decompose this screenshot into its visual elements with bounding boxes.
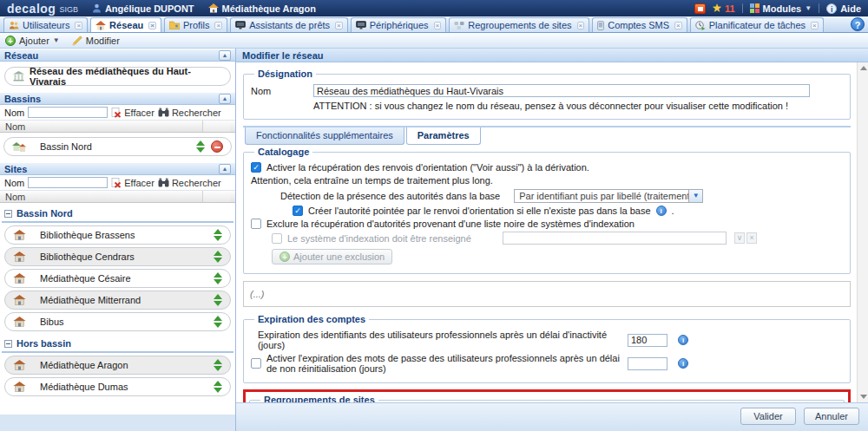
- sort-up-icon[interactable]: [214, 381, 222, 386]
- sort-up-icon[interactable]: [214, 229, 222, 234]
- rechercher-button[interactable]: Rechercher: [158, 178, 221, 188]
- site-row[interactable]: Médiathèque Mitterrand: [4, 291, 231, 310]
- collapse-icon[interactable]: ▲: [219, 50, 231, 61]
- network-name-input[interactable]: [313, 84, 810, 97]
- pencil-icon: [72, 36, 82, 46]
- motdepasse-checkbox[interactable]: [251, 358, 261, 369]
- systeme-indexation-checkbox[interactable]: [272, 233, 282, 244]
- sort-up-icon[interactable]: [214, 359, 222, 364]
- ajouter-exclusion-label: Ajouter une exclusion: [293, 251, 385, 262]
- close-icon[interactable]: ×: [214, 22, 222, 29]
- tab-profils[interactable]: Profils ×: [164, 17, 227, 32]
- network-item[interactable]: Réseau des médiathèques du Haut-Vivarais: [4, 67, 231, 86]
- delete-icon[interactable]: [211, 140, 223, 153]
- tab-parametres[interactable]: Paramètres: [406, 127, 481, 145]
- collapse-icon[interactable]: ▲: [219, 164, 231, 174]
- info-icon[interactable]: i: [656, 206, 667, 216]
- group-header-bassin-nord[interactable]: Bassin Nord: [2, 204, 233, 223]
- close-icon[interactable]: ×: [434, 22, 442, 29]
- sort-down-icon[interactable]: [196, 147, 205, 153]
- close-icon[interactable]: ×: [811, 22, 819, 29]
- detection-select[interactable]: Par identifiant puis par libellé (traite…: [514, 189, 703, 203]
- info-icon[interactable]: i: [678, 358, 688, 369]
- collapse-minus-icon[interactable]: [4, 340, 12, 348]
- highlight-red-box: Regroupements de sites Permettre à un si…: [243, 389, 851, 402]
- site-row[interactable]: Médiathèque Aragon: [4, 356, 231, 375]
- collapse-icon[interactable]: ▲: [219, 94, 231, 104]
- annuler-button[interactable]: Annuler: [804, 408, 859, 425]
- sort-down-icon[interactable]: [214, 388, 222, 393]
- tab-reseau[interactable]: Réseau ×: [90, 17, 161, 32]
- sort-down-icon[interactable]: [214, 279, 222, 284]
- combo-dropdown-icon[interactable]: ∨: [734, 232, 746, 244]
- sigb-logo-suffix: SIGB: [59, 5, 78, 14]
- current-user[interactable]: Angélique DUPONT: [92, 3, 194, 14]
- tab-peripheriques[interactable]: Périphériques ×: [351, 17, 447, 32]
- sort-up-icon[interactable]: [214, 272, 222, 278]
- favorites-count: 11: [725, 3, 735, 14]
- renvois-checkbox[interactable]: ✓: [251, 162, 261, 173]
- designation-fieldset: Désignation Nom ATTENTION : si vous chan…: [243, 69, 851, 120]
- tab-planificateur-de-taches[interactable]: Planificateur de tâches ×: [690, 17, 824, 32]
- help-icon[interactable]: ?: [851, 17, 865, 31]
- bassins-nom-input[interactable]: [28, 107, 108, 118]
- effacer-button[interactable]: Effacer: [111, 108, 155, 118]
- sort-up-icon[interactable]: [214, 294, 222, 299]
- motdepasse-input[interactable]: [628, 357, 667, 370]
- favorites-counter[interactable]: ★ 11: [713, 3, 735, 14]
- close-icon[interactable]: ×: [674, 22, 682, 29]
- sort-up-icon[interactable]: [196, 140, 205, 146]
- sort-down-icon[interactable]: [214, 366, 222, 371]
- group-header-hors-bassin[interactable]: Hors bassin: [2, 334, 233, 353]
- modifier-button[interactable]: Modifier: [72, 36, 120, 46]
- info-icon[interactable]: i: [678, 335, 688, 345]
- creer-autorite-checkbox[interactable]: ✓: [293, 206, 303, 216]
- collapse-minus-icon[interactable]: [4, 210, 12, 218]
- sort-down-icon[interactable]: [214, 301, 222, 306]
- sort-down-icon[interactable]: [214, 258, 222, 263]
- tab-comptes-sms[interactable]: Comptes SMS ×: [592, 17, 687, 32]
- sort-down-icon[interactable]: [214, 323, 222, 328]
- combo-clear-icon[interactable]: ×: [746, 232, 756, 244]
- parameter-tabs: Fonctionnalités supplémentaires Paramètr…: [243, 126, 851, 145]
- chevron-down-icon[interactable]: ▼: [688, 190, 702, 202]
- notification-flag-icon[interactable]: [694, 3, 706, 14]
- reorder-control: [214, 272, 222, 284]
- tab-fonctionnalites-supplementaires[interactable]: Fonctionnalités supplémentaires: [245, 127, 404, 145]
- scroll-down-icon[interactable]: [860, 395, 867, 399]
- sort-down-icon[interactable]: [214, 236, 222, 241]
- effacer-button[interactable]: Effacer: [111, 178, 155, 188]
- sites-nom-input[interactable]: [28, 177, 108, 188]
- site-row[interactable]: Bibus: [4, 312, 231, 331]
- sort-up-icon[interactable]: [214, 251, 222, 256]
- bassins-column-header[interactable]: Nom: [0, 121, 235, 133]
- tab-regroupements-de-sites[interactable]: Regroupements de sites ×: [449, 17, 589, 32]
- close-icon[interactable]: ×: [577, 22, 585, 29]
- sites-column-header[interactable]: Nom: [0, 191, 235, 203]
- tab-assistants-de-prets[interactable]: Assistants de prêts ×: [230, 17, 348, 32]
- vertical-scrollbar[interactable]: [857, 62, 868, 402]
- aide-menu[interactable]: i Aide: [826, 3, 861, 14]
- modules-menu[interactable]: Modules ▼: [750, 3, 812, 14]
- ajouter-exclusion-button[interactable]: + Ajouter une exclusion: [272, 249, 392, 264]
- site-row[interactable]: Bibliothèque Cendrars: [4, 247, 231, 266]
- scroll-up-icon[interactable]: [860, 66, 867, 70]
- valider-button[interactable]: Valider: [740, 408, 796, 425]
- reorder-control: [196, 140, 205, 153]
- rechercher-button[interactable]: Rechercher: [158, 108, 221, 118]
- rechercher-label: Rechercher: [172, 178, 221, 188]
- systeme-indexation-combo[interactable]: [503, 232, 727, 245]
- site-row[interactable]: Médiathèque Dumas: [4, 377, 231, 396]
- close-icon[interactable]: ×: [148, 22, 156, 29]
- close-icon[interactable]: ×: [335, 22, 343, 29]
- exclure-checkbox[interactable]: [251, 219, 261, 229]
- sort-up-icon[interactable]: [214, 316, 222, 321]
- site-row[interactable]: Bibliothèque Brassens: [4, 225, 231, 245]
- current-site[interactable]: Médiathèque Aragon: [208, 3, 316, 14]
- tab-utilisateurs[interactable]: Utilisateurs ×: [3, 17, 88, 32]
- site-row[interactable]: Médiathèque Césaire: [4, 269, 231, 288]
- inactivite-input[interactable]: [628, 334, 667, 347]
- bassin-row[interactable]: Bassin Nord: [3, 137, 232, 156]
- close-icon[interactable]: ×: [75, 22, 82, 29]
- ajouter-button[interactable]: + Ajouter ▼: [5, 36, 60, 46]
